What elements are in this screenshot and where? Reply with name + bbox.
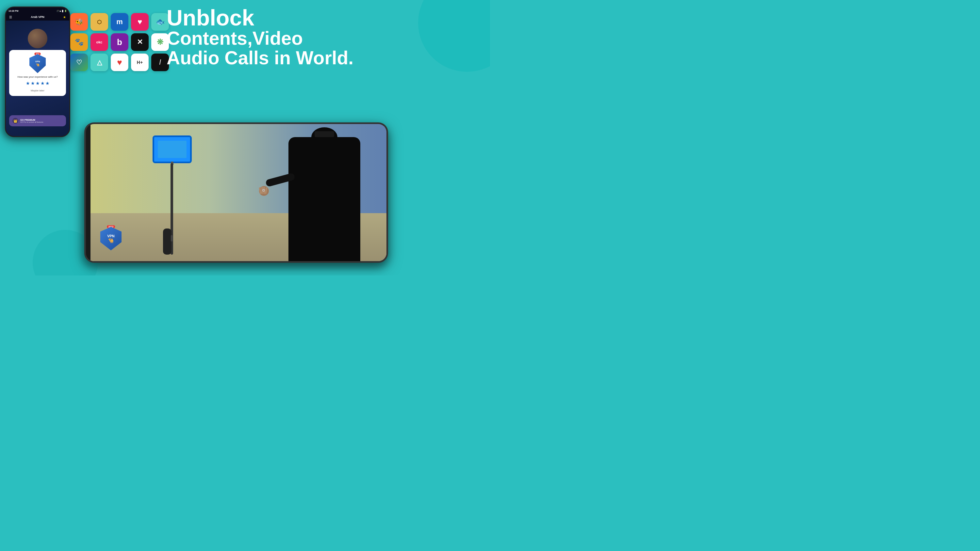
app-loveflutter[interactable]: l <box>151 54 169 71</box>
photo-background <box>91 124 387 261</box>
finger-4 <box>265 187 267 194</box>
star-5: ★ <box>45 81 50 86</box>
person-body <box>288 137 360 261</box>
review-question: How was your experience with us? <box>18 75 57 79</box>
stick-phone <box>153 135 192 163</box>
unblock-section: Unblock Contents,Video Audio Calls in Wo… <box>167 6 484 68</box>
app-heart[interactable]: ♥ <box>131 13 149 31</box>
stick-phone-display <box>158 141 186 158</box>
status-bar: 10:28 PM 📳 ▶ ▊ 🔋 <box>8 8 67 13</box>
app-feeld[interactable]: △ <box>91 54 108 71</box>
portrait-phone: 10:28 PM 📳 ▶ ▊ 🔋 ☰ Arab VPN ★ 2022 VPN 🐪… <box>5 6 70 137</box>
vpn-logo: 2022 VPN 🐪 <box>29 54 46 73</box>
app-clover[interactable]: ❊ <box>151 33 169 51</box>
app-okcupid[interactable]: okc <box>91 33 108 51</box>
star-3: ★ <box>36 81 40 86</box>
unblock-line2: Contents,Video <box>167 29 484 48</box>
status-icons: 📳 ▶ ▊ 🔋 <box>57 10 67 12</box>
overlay-vpn-text: VPN <box>107 234 115 238</box>
selfie-stick <box>149 134 195 258</box>
favorite-icon[interactable]: ★ <box>63 15 66 19</box>
grip-button <box>171 235 173 241</box>
app-fish[interactable]: 🐟 <box>151 13 169 31</box>
app-title: Arab VPN <box>31 15 45 19</box>
vibrate-icon: 📳 <box>57 10 59 12</box>
app-happn[interactable]: H+ <box>131 54 149 71</box>
crown-icon: 👑 <box>13 118 18 124</box>
star-rating: ★ ★ ★ ★ ★ <box>26 81 50 86</box>
overlay-vpn-content: VPN 🐪 <box>107 234 115 243</box>
battery-icon: 🔋 <box>64 10 67 12</box>
phone-header: ☰ Arab VPN ★ <box>6 13 69 21</box>
app-red-heart[interactable]: ♥ <box>111 54 128 71</box>
app-badoo[interactable]: b <box>111 33 128 51</box>
app-bumble[interactable]: 🐝 <box>70 13 88 31</box>
app-hinge[interactable]: ⬡ <box>91 13 108 31</box>
landscape-screen: 2022 VPN 🐪 <box>91 124 387 261</box>
ring <box>262 189 265 192</box>
app-dating[interactable]: ✕ <box>131 33 149 51</box>
globe-graphic <box>28 29 48 48</box>
person-area <box>278 124 370 261</box>
star-1: ★ <box>26 81 30 86</box>
app-mewe[interactable]: m <box>111 13 128 31</box>
stick-phone-screen <box>154 137 191 162</box>
stick-grip <box>163 229 172 255</box>
phone-time: 10:28 PM <box>8 10 18 12</box>
vpn-label: VPN <box>35 60 40 63</box>
premium-title: GO PREMIUM <box>20 119 43 121</box>
unblock-line3: Audio Calls in World. <box>167 48 484 68</box>
star-4: ★ <box>40 81 45 86</box>
overlay-camel-icon: 🐪 <box>107 238 115 243</box>
eyes-area <box>315 131 334 137</box>
landscape-phone: 2022 VPN 🐪 <box>84 122 388 263</box>
landscape-notch <box>86 184 91 202</box>
premium-bar[interactable]: 👑 GO PREMIUM GO Pro to unlock all featur… <box>9 115 66 126</box>
premium-text: GO PREMIUM GO Pro to unlock all features <box>20 119 43 123</box>
review-card: 2022 VPN 🐪 How was your experience with … <box>9 50 66 96</box>
star-2: ★ <box>31 81 35 86</box>
camel-icon: 🐪 <box>35 64 40 67</box>
maybe-later-button[interactable]: Maybe later <box>31 89 45 92</box>
unblock-line1: Unblock <box>167 6 484 29</box>
vpn-shield-text: VPN 🐪 <box>35 60 40 67</box>
overlay-vpn-shield: VPN 🐪 <box>100 227 121 250</box>
vpn-shield: VPN 🐪 <box>29 54 46 73</box>
wifi-icon: ▶ <box>60 10 61 12</box>
app-lovoo[interactable]: ♡ <box>70 54 88 71</box>
signal-icon: ▊ <box>62 10 64 12</box>
menu-icon[interactable]: ☰ <box>9 15 12 19</box>
apps-grid: 🐝 ⬡ m ♥ 🐟 🐾 okc b ✕ ❊ ♡ △ ♥ H+ l <box>70 13 169 71</box>
app-grindr[interactable]: 🐾 <box>70 33 88 51</box>
premium-subtitle: GO Pro to unlock all features <box>20 121 43 123</box>
vpn-overlay-logo: 2022 VPN 🐪 <box>100 227 121 251</box>
